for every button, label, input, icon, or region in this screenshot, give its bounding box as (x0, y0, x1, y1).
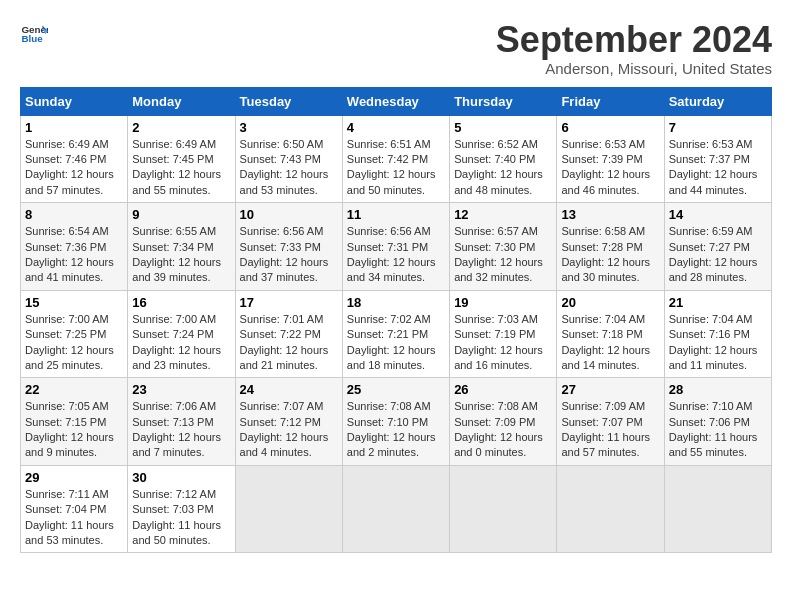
header-monday: Monday (128, 87, 235, 115)
day-number: 23 (132, 382, 230, 397)
day-cell: 22Sunrise: 7:05 AM Sunset: 7:15 PM Dayli… (21, 378, 128, 466)
week-row-4: 22Sunrise: 7:05 AM Sunset: 7:15 PM Dayli… (21, 378, 772, 466)
day-number: 16 (132, 295, 230, 310)
header-saturday: Saturday (664, 87, 771, 115)
day-cell: 28Sunrise: 7:10 AM Sunset: 7:06 PM Dayli… (664, 378, 771, 466)
day-cell: 17Sunrise: 7:01 AM Sunset: 7:22 PM Dayli… (235, 290, 342, 378)
day-info: Sunrise: 7:09 AM Sunset: 7:07 PM Dayligh… (561, 399, 659, 461)
day-info: Sunrise: 6:58 AM Sunset: 7:28 PM Dayligh… (561, 224, 659, 286)
day-info: Sunrise: 6:50 AM Sunset: 7:43 PM Dayligh… (240, 137, 338, 199)
day-cell: 29Sunrise: 7:11 AM Sunset: 7:04 PM Dayli… (21, 465, 128, 553)
day-number: 5 (454, 120, 552, 135)
week-row-2: 8Sunrise: 6:54 AM Sunset: 7:36 PM Daylig… (21, 203, 772, 291)
day-number: 12 (454, 207, 552, 222)
day-info: Sunrise: 7:04 AM Sunset: 7:16 PM Dayligh… (669, 312, 767, 374)
day-cell: 14Sunrise: 6:59 AM Sunset: 7:27 PM Dayli… (664, 203, 771, 291)
day-info: Sunrise: 6:57 AM Sunset: 7:30 PM Dayligh… (454, 224, 552, 286)
day-info: Sunrise: 7:00 AM Sunset: 7:25 PM Dayligh… (25, 312, 123, 374)
day-cell: 25Sunrise: 7:08 AM Sunset: 7:10 PM Dayli… (342, 378, 449, 466)
day-cell: 24Sunrise: 7:07 AM Sunset: 7:12 PM Dayli… (235, 378, 342, 466)
day-number: 30 (132, 470, 230, 485)
day-info: Sunrise: 7:04 AM Sunset: 7:18 PM Dayligh… (561, 312, 659, 374)
day-info: Sunrise: 6:56 AM Sunset: 7:33 PM Dayligh… (240, 224, 338, 286)
day-number: 21 (669, 295, 767, 310)
day-info: Sunrise: 7:00 AM Sunset: 7:24 PM Dayligh… (132, 312, 230, 374)
day-cell: 26Sunrise: 7:08 AM Sunset: 7:09 PM Dayli… (450, 378, 557, 466)
day-info: Sunrise: 7:08 AM Sunset: 7:10 PM Dayligh… (347, 399, 445, 461)
day-number: 2 (132, 120, 230, 135)
day-number: 20 (561, 295, 659, 310)
day-number: 22 (25, 382, 123, 397)
day-number: 25 (347, 382, 445, 397)
day-cell: 2Sunrise: 6:49 AM Sunset: 7:45 PM Daylig… (128, 115, 235, 203)
day-number: 27 (561, 382, 659, 397)
day-cell (342, 465, 449, 553)
header: General Blue September 2024 Anderson, Mi… (20, 20, 772, 77)
day-info: Sunrise: 6:56 AM Sunset: 7:31 PM Dayligh… (347, 224, 445, 286)
day-number: 4 (347, 120, 445, 135)
header-sunday: Sunday (21, 87, 128, 115)
calendar-title: September 2024 (496, 20, 772, 60)
day-info: Sunrise: 7:02 AM Sunset: 7:21 PM Dayligh… (347, 312, 445, 374)
header-thursday: Thursday (450, 87, 557, 115)
day-number: 28 (669, 382, 767, 397)
day-number: 3 (240, 120, 338, 135)
svg-text:Blue: Blue (21, 33, 43, 44)
day-info: Sunrise: 7:07 AM Sunset: 7:12 PM Dayligh… (240, 399, 338, 461)
day-cell (557, 465, 664, 553)
day-info: Sunrise: 7:05 AM Sunset: 7:15 PM Dayligh… (25, 399, 123, 461)
day-info: Sunrise: 6:54 AM Sunset: 7:36 PM Dayligh… (25, 224, 123, 286)
day-number: 26 (454, 382, 552, 397)
day-cell: 9Sunrise: 6:55 AM Sunset: 7:34 PM Daylig… (128, 203, 235, 291)
day-number: 1 (25, 120, 123, 135)
day-number: 14 (669, 207, 767, 222)
day-number: 10 (240, 207, 338, 222)
day-cell: 16Sunrise: 7:00 AM Sunset: 7:24 PM Dayli… (128, 290, 235, 378)
day-cell: 7Sunrise: 6:53 AM Sunset: 7:37 PM Daylig… (664, 115, 771, 203)
day-info: Sunrise: 6:53 AM Sunset: 7:39 PM Dayligh… (561, 137, 659, 199)
day-number: 19 (454, 295, 552, 310)
day-info: Sunrise: 6:53 AM Sunset: 7:37 PM Dayligh… (669, 137, 767, 199)
header-tuesday: Tuesday (235, 87, 342, 115)
day-number: 13 (561, 207, 659, 222)
day-number: 29 (25, 470, 123, 485)
day-cell: 20Sunrise: 7:04 AM Sunset: 7:18 PM Dayli… (557, 290, 664, 378)
header-friday: Friday (557, 87, 664, 115)
day-number: 15 (25, 295, 123, 310)
day-cell: 5Sunrise: 6:52 AM Sunset: 7:40 PM Daylig… (450, 115, 557, 203)
day-cell: 27Sunrise: 7:09 AM Sunset: 7:07 PM Dayli… (557, 378, 664, 466)
day-info: Sunrise: 7:03 AM Sunset: 7:19 PM Dayligh… (454, 312, 552, 374)
day-cell (450, 465, 557, 553)
day-info: Sunrise: 7:01 AM Sunset: 7:22 PM Dayligh… (240, 312, 338, 374)
logo-icon: General Blue (20, 20, 48, 48)
day-number: 6 (561, 120, 659, 135)
calendar-header: Sunday Monday Tuesday Wednesday Thursday… (21, 87, 772, 115)
day-number: 8 (25, 207, 123, 222)
day-cell: 15Sunrise: 7:00 AM Sunset: 7:25 PM Dayli… (21, 290, 128, 378)
title-area: September 2024 Anderson, Missouri, Unite… (496, 20, 772, 77)
logo: General Blue (20, 20, 48, 48)
day-number: 17 (240, 295, 338, 310)
week-row-1: 1Sunrise: 6:49 AM Sunset: 7:46 PM Daylig… (21, 115, 772, 203)
day-info: Sunrise: 7:06 AM Sunset: 7:13 PM Dayligh… (132, 399, 230, 461)
day-number: 7 (669, 120, 767, 135)
day-cell: 19Sunrise: 7:03 AM Sunset: 7:19 PM Dayli… (450, 290, 557, 378)
week-row-5: 29Sunrise: 7:11 AM Sunset: 7:04 PM Dayli… (21, 465, 772, 553)
day-number: 9 (132, 207, 230, 222)
day-cell: 1Sunrise: 6:49 AM Sunset: 7:46 PM Daylig… (21, 115, 128, 203)
day-cell: 10Sunrise: 6:56 AM Sunset: 7:33 PM Dayli… (235, 203, 342, 291)
day-info: Sunrise: 6:49 AM Sunset: 7:46 PM Dayligh… (25, 137, 123, 199)
day-cell: 30Sunrise: 7:12 AM Sunset: 7:03 PM Dayli… (128, 465, 235, 553)
day-cell (664, 465, 771, 553)
day-cell (235, 465, 342, 553)
day-info: Sunrise: 7:11 AM Sunset: 7:04 PM Dayligh… (25, 487, 123, 549)
day-cell: 4Sunrise: 6:51 AM Sunset: 7:42 PM Daylig… (342, 115, 449, 203)
day-info: Sunrise: 7:10 AM Sunset: 7:06 PM Dayligh… (669, 399, 767, 461)
day-info: Sunrise: 7:08 AM Sunset: 7:09 PM Dayligh… (454, 399, 552, 461)
day-cell: 13Sunrise: 6:58 AM Sunset: 7:28 PM Dayli… (557, 203, 664, 291)
day-info: Sunrise: 6:59 AM Sunset: 7:27 PM Dayligh… (669, 224, 767, 286)
week-row-3: 15Sunrise: 7:00 AM Sunset: 7:25 PM Dayli… (21, 290, 772, 378)
day-number: 24 (240, 382, 338, 397)
day-cell: 11Sunrise: 6:56 AM Sunset: 7:31 PM Dayli… (342, 203, 449, 291)
day-cell: 23Sunrise: 7:06 AM Sunset: 7:13 PM Dayli… (128, 378, 235, 466)
